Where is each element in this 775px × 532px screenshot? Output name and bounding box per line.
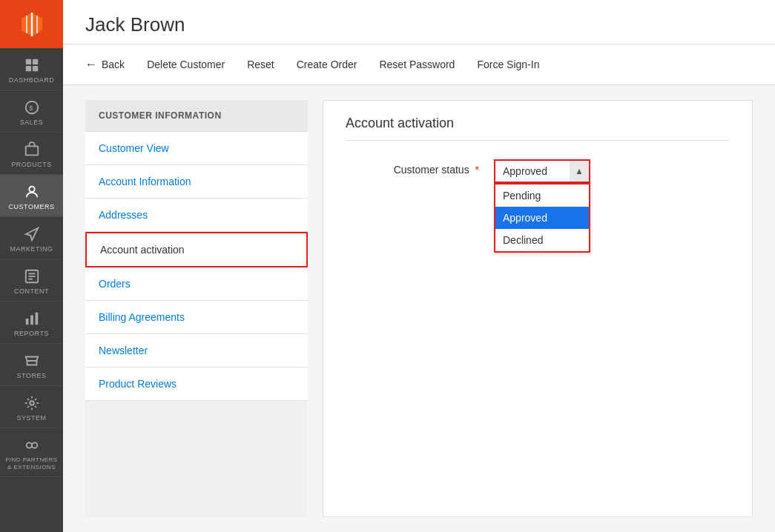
customer-status-select-wrapper[interactable]: Pending Approved Declined ▲ Pending Appr… — [494, 159, 590, 183]
sidebar-item-reports-label: REPORTS — [14, 330, 49, 337]
reset-button[interactable]: Reset — [247, 56, 274, 73]
top-header: Jack Brown — [63, 0, 775, 44]
stores-icon — [24, 353, 40, 369]
nav-item-newsletter[interactable]: Newsletter — [85, 334, 308, 368]
system-icon — [24, 395, 40, 411]
svg-text:$: $ — [29, 104, 33, 112]
sidebar-item-system-label: SYSTEM — [16, 414, 46, 422]
left-nav-header: CUSTOMER INFORMATION — [85, 100, 308, 132]
create-order-button[interactable]: Create Order — [297, 56, 357, 73]
svg-rect-2 — [25, 66, 30, 71]
sales-icon: $ — [24, 99, 40, 116]
customer-status-label: Customer status * — [346, 159, 494, 176]
nav-item-billing-agreements[interactable]: Billing Agreements — [85, 301, 308, 334]
svg-rect-13 — [30, 315, 33, 325]
force-signin-button[interactable]: Force Sign-In — [477, 56, 539, 73]
magento-logo-icon — [17, 10, 47, 39]
sidebar-item-customers-label: CUSTOMERS — [9, 203, 55, 210]
sidebar-item-customers[interactable]: CUSTOMERS — [0, 175, 63, 217]
svg-rect-1 — [32, 59, 37, 64]
section-title: Account activation — [346, 116, 730, 141]
sidebar-item-sales[interactable]: $ SALES — [0, 90, 63, 133]
dropdown-option-approved[interactable]: Approved — [495, 207, 589, 229]
reset-password-button[interactable]: Reset Password — [379, 56, 455, 73]
dashboard-icon — [24, 57, 40, 73]
svg-point-16 — [26, 442, 31, 448]
svg-rect-12 — [25, 319, 28, 325]
svg-rect-14 — [35, 313, 38, 325]
customer-status-row: Customer status * Pending Approved Decli… — [346, 159, 730, 183]
content-area: CUSTOMER INFORMATION Customer View Accou… — [63, 85, 775, 532]
sidebar-item-sales-label: SALES — [20, 119, 44, 126]
nav-item-product-reviews[interactable]: Product Reviews — [85, 368, 308, 401]
sidebar-item-products-label: PRODUCTS — [11, 161, 52, 168]
svg-point-15 — [30, 401, 34, 405]
back-label: Back — [102, 59, 125, 70]
partners-icon — [24, 437, 40, 453]
back-button[interactable]: ← Back — [85, 55, 125, 74]
page-title: Jack Brown — [85, 13, 753, 36]
customers-icon — [24, 184, 40, 200]
delete-customer-button[interactable]: Delete Customer — [147, 56, 225, 73]
sidebar-item-stores[interactable]: STORES — [0, 344, 63, 386]
required-star: * — [475, 164, 479, 176]
sidebar-item-content-label: CONTENT — [14, 287, 49, 295]
status-dropdown-menu: Pending Approved Declined — [494, 183, 590, 253]
dropdown-option-declined[interactable]: Declined — [495, 229, 589, 251]
nav-item-customer-view[interactable]: Customer View — [85, 132, 308, 165]
svg-rect-3 — [32, 66, 37, 71]
back-arrow-icon: ← — [85, 58, 97, 71]
reports-icon — [24, 310, 40, 327]
sidebar-item-dashboard[interactable]: DASHBOARD — [0, 48, 63, 90]
sidebar-item-partners[interactable]: FIND PARTNERS & EXTENSIONS — [0, 428, 63, 477]
select-arrow-button[interactable]: ▲ — [570, 159, 590, 183]
dropdown-option-pending[interactable]: Pending — [495, 184, 589, 207]
right-panel: Account activation Customer status * Pen… — [323, 100, 753, 517]
nav-item-addresses[interactable]: Addresses — [85, 199, 308, 232]
sidebar-item-reports[interactable]: REPORTS — [0, 302, 63, 344]
action-bar: ← Back Delete Customer Reset Create Orde… — [63, 44, 775, 85]
marketing-icon — [24, 226, 40, 242]
sidebar-item-content[interactable]: CONTENT — [0, 259, 63, 302]
label-text: Customer status — [394, 164, 469, 176]
svg-point-7 — [29, 187, 34, 192]
svg-rect-6 — [25, 146, 38, 155]
sidebar-item-dashboard-label: DASHBOARD — [9, 76, 55, 84]
nav-item-account-information[interactable]: Account Information — [85, 165, 308, 199]
sidebar-item-system[interactable]: SYSTEM — [0, 386, 63, 428]
sidebar-item-stores-label: STORES — [17, 372, 47, 379]
sidebar-item-partners-label: FIND PARTNERS & EXTENSIONS — [4, 456, 59, 471]
left-nav: CUSTOMER INFORMATION Customer View Accou… — [85, 100, 308, 517]
sidebar-logo[interactable] — [0, 0, 63, 48]
content-icon — [24, 268, 40, 285]
sidebar-item-marketing-label: MARKETING — [10, 245, 53, 253]
sidebar: DASHBOARD $ SALES PRODUCTS CUSTOMERS MAR… — [0, 0, 63, 532]
nav-item-account-activation[interactable]: Account activation — [85, 232, 308, 267]
svg-point-17 — [32, 442, 37, 448]
main-content: Jack Brown ← Back Delete Customer Reset … — [63, 0, 775, 532]
svg-rect-0 — [25, 59, 30, 64]
sidebar-item-products[interactable]: PRODUCTS — [0, 133, 63, 175]
sidebar-item-marketing[interactable]: MARKETING — [0, 217, 63, 259]
products-icon — [24, 142, 40, 158]
nav-item-orders[interactable]: Orders — [85, 267, 308, 301]
